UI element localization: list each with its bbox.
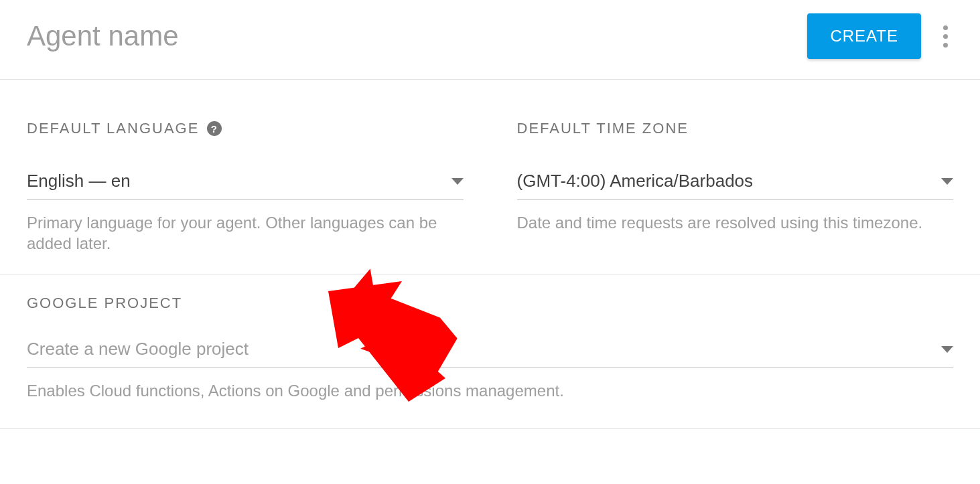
default-language-hint: Primary language for your agent. Other l…	[27, 212, 464, 254]
chevron-down-icon	[451, 178, 464, 185]
default-language-label-text: DEFAULT LANGUAGE	[27, 120, 199, 137]
default-timezone-group: DEFAULT TIME ZONE (GMT-4:00) America/Bar…	[517, 120, 954, 254]
header-actions: CREATE	[807, 13, 953, 59]
default-timezone-label: DEFAULT TIME ZONE	[517, 120, 954, 137]
default-language-select[interactable]: English — en	[27, 171, 464, 200]
create-button[interactable]: CREATE	[807, 13, 921, 59]
default-timezone-value: (GMT-4:00) America/Barbados	[517, 171, 754, 191]
google-project-hint: Enables Cloud functions, Actions on Goog…	[27, 380, 953, 401]
agent-name-input[interactable]	[27, 20, 563, 52]
chevron-down-icon	[941, 178, 953, 185]
chevron-down-icon	[941, 346, 953, 353]
default-language-value: English — en	[27, 171, 131, 191]
google-project-label: GOOGLE PROJECT	[27, 295, 953, 312]
settings-row: DEFAULT LANGUAGE ? English — en Primary …	[27, 120, 953, 254]
google-project-select[interactable]: Create a new Google project	[27, 339, 953, 368]
help-icon[interactable]: ?	[207, 121, 222, 136]
default-timezone-select[interactable]: (GMT-4:00) America/Barbados	[517, 171, 954, 200]
default-language-group: DEFAULT LANGUAGE ? English — en Primary …	[27, 120, 464, 254]
header: CREATE	[0, 0, 980, 80]
google-project-label-text: GOOGLE PROJECT	[27, 295, 182, 312]
more-vertical-icon[interactable]	[938, 20, 953, 53]
google-project-section: GOOGLE PROJECT Create a new Google proje…	[0, 274, 980, 428]
default-language-label: DEFAULT LANGUAGE ?	[27, 120, 464, 137]
content: DEFAULT LANGUAGE ? English — en Primary …	[0, 80, 980, 254]
default-timezone-hint: Date and time requests are resolved usin…	[517, 212, 954, 233]
google-project-placeholder: Create a new Google project	[27, 339, 249, 359]
default-timezone-label-text: DEFAULT TIME ZONE	[517, 120, 689, 137]
